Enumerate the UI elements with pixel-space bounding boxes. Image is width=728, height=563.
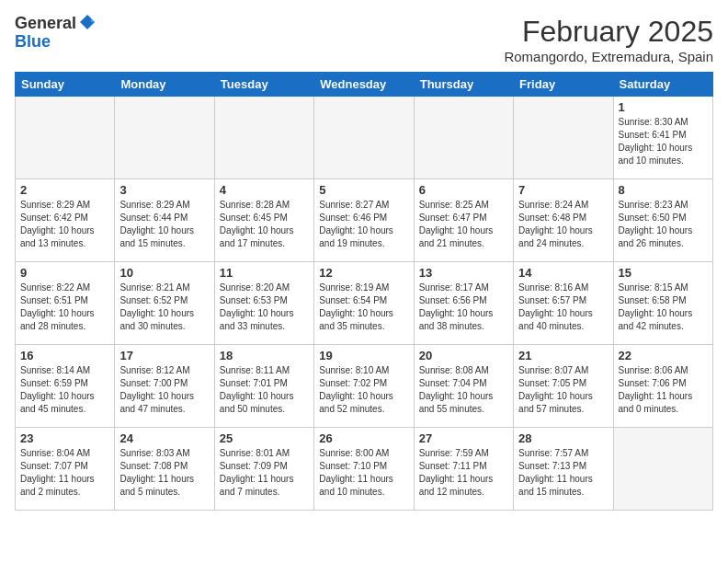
day-info: Sunrise: 8:04 AM Sunset: 7:07 PM Dayligh… bbox=[20, 447, 109, 499]
day-number: 16 bbox=[20, 349, 109, 362]
header-row: SundayMondayTuesdayWednesdayThursdayFrid… bbox=[16, 73, 713, 97]
logo-icon bbox=[78, 13, 97, 31]
day-cell: 27Sunrise: 7:59 AM Sunset: 7:11 PM Dayli… bbox=[414, 428, 513, 511]
day-header-friday: Friday bbox=[514, 73, 613, 97]
day-number: 25 bbox=[220, 431, 309, 445]
day-info: Sunrise: 8:19 AM Sunset: 6:54 PM Dayligh… bbox=[319, 282, 408, 333]
day-info: Sunrise: 8:12 AM Sunset: 7:00 PM Dayligh… bbox=[119, 364, 209, 416]
day-info: Sunrise: 8:20 AM Sunset: 6:53 PM Dayligh… bbox=[220, 282, 309, 333]
day-cell bbox=[115, 97, 214, 179]
day-info: Sunrise: 8:29 AM Sunset: 6:44 PM Dayligh… bbox=[119, 199, 209, 250]
day-number: 15 bbox=[619, 266, 708, 280]
page-header: General Blue February 2025 Romangordo, E… bbox=[15, 15, 713, 64]
day-cell: 12Sunrise: 8:19 AM Sunset: 6:54 PM Dayli… bbox=[314, 262, 414, 345]
day-header-tuesday: Tuesday bbox=[214, 73, 313, 97]
day-info: Sunrise: 8:22 AM Sunset: 6:51 PM Dayligh… bbox=[20, 282, 109, 333]
day-info: Sunrise: 8:07 AM Sunset: 7:05 PM Dayligh… bbox=[518, 364, 608, 416]
day-info: Sunrise: 8:08 AM Sunset: 7:04 PM Dayligh… bbox=[419, 364, 508, 416]
day-cell: 6Sunrise: 8:25 AM Sunset: 6:47 PM Daylig… bbox=[414, 179, 513, 262]
day-number: 18 bbox=[220, 349, 309, 362]
day-number: 8 bbox=[619, 183, 708, 197]
week-row-1: 1Sunrise: 8:30 AM Sunset: 6:41 PM Daylig… bbox=[16, 97, 713, 179]
day-cell: 1Sunrise: 8:30 AM Sunset: 6:41 PM Daylig… bbox=[613, 97, 712, 179]
day-info: Sunrise: 7:59 AM Sunset: 7:11 PM Dayligh… bbox=[419, 447, 508, 499]
day-number: 2 bbox=[20, 183, 109, 197]
day-cell: 5Sunrise: 8:27 AM Sunset: 6:46 PM Daylig… bbox=[314, 179, 414, 262]
day-cell: 18Sunrise: 8:11 AM Sunset: 7:01 PM Dayli… bbox=[214, 345, 313, 428]
day-cell: 8Sunrise: 8:23 AM Sunset: 6:50 PM Daylig… bbox=[613, 179, 712, 262]
day-cell: 17Sunrise: 8:12 AM Sunset: 7:00 PM Dayli… bbox=[115, 345, 214, 428]
day-info: Sunrise: 8:06 AM Sunset: 7:06 PM Dayligh… bbox=[619, 364, 708, 416]
day-info: Sunrise: 7:57 AM Sunset: 7:13 PM Dayligh… bbox=[518, 447, 608, 499]
day-header-monday: Monday bbox=[115, 73, 214, 97]
logo-general: General bbox=[15, 15, 76, 33]
day-number: 9 bbox=[20, 266, 109, 280]
day-number: 11 bbox=[220, 266, 309, 280]
day-info: Sunrise: 8:15 AM Sunset: 6:58 PM Dayligh… bbox=[619, 282, 708, 333]
day-cell: 25Sunrise: 8:01 AM Sunset: 7:09 PM Dayli… bbox=[214, 428, 313, 511]
day-number: 7 bbox=[518, 183, 608, 197]
day-cell: 24Sunrise: 8:03 AM Sunset: 7:08 PM Dayli… bbox=[115, 428, 214, 511]
day-number: 20 bbox=[419, 349, 508, 362]
day-number: 12 bbox=[319, 266, 408, 280]
day-cell: 16Sunrise: 8:14 AM Sunset: 6:59 PM Dayli… bbox=[16, 345, 115, 428]
day-info: Sunrise: 8:16 AM Sunset: 6:57 PM Dayligh… bbox=[518, 282, 608, 333]
day-cell: 10Sunrise: 8:21 AM Sunset: 6:52 PM Dayli… bbox=[115, 262, 214, 345]
day-info: Sunrise: 8:27 AM Sunset: 6:46 PM Dayligh… bbox=[319, 199, 408, 250]
day-number: 22 bbox=[619, 349, 708, 362]
day-cell: 7Sunrise: 8:24 AM Sunset: 6:48 PM Daylig… bbox=[514, 179, 613, 262]
location-title: Romangordo, Extremadura, Spain bbox=[504, 49, 713, 64]
day-cell bbox=[314, 97, 414, 179]
day-cell: 21Sunrise: 8:07 AM Sunset: 7:05 PM Dayli… bbox=[514, 345, 613, 428]
day-cell bbox=[16, 97, 115, 179]
day-info: Sunrise: 8:10 AM Sunset: 7:02 PM Dayligh… bbox=[319, 364, 408, 416]
day-cell: 9Sunrise: 8:22 AM Sunset: 6:51 PM Daylig… bbox=[16, 262, 115, 345]
week-row-5: 23Sunrise: 8:04 AM Sunset: 7:07 PM Dayli… bbox=[16, 428, 713, 511]
day-info: Sunrise: 8:25 AM Sunset: 6:47 PM Dayligh… bbox=[419, 199, 508, 250]
day-number: 5 bbox=[319, 183, 408, 197]
day-cell: 19Sunrise: 8:10 AM Sunset: 7:02 PM Dayli… bbox=[314, 345, 414, 428]
day-cell: 14Sunrise: 8:16 AM Sunset: 6:57 PM Dayli… bbox=[514, 262, 613, 345]
day-info: Sunrise: 8:29 AM Sunset: 6:42 PM Dayligh… bbox=[20, 199, 109, 250]
logo: General Blue bbox=[15, 15, 97, 52]
day-header-wednesday: Wednesday bbox=[314, 73, 414, 97]
day-header-sunday: Sunday bbox=[16, 73, 115, 97]
day-number: 13 bbox=[419, 266, 508, 280]
day-number: 14 bbox=[518, 266, 608, 280]
logo-text: General Blue bbox=[15, 15, 97, 52]
day-cell bbox=[214, 97, 313, 179]
day-number: 3 bbox=[119, 183, 209, 197]
day-cell bbox=[514, 97, 613, 179]
day-cell: 26Sunrise: 8:00 AM Sunset: 7:10 PM Dayli… bbox=[314, 428, 414, 511]
calendar-table: SundayMondayTuesdayWednesdayThursdayFrid… bbox=[15, 72, 713, 511]
day-header-thursday: Thursday bbox=[414, 73, 513, 97]
day-cell: 28Sunrise: 7:57 AM Sunset: 7:13 PM Dayli… bbox=[514, 428, 613, 511]
day-info: Sunrise: 8:17 AM Sunset: 6:56 PM Dayligh… bbox=[419, 282, 508, 333]
day-info: Sunrise: 8:24 AM Sunset: 6:48 PM Dayligh… bbox=[518, 199, 608, 250]
day-info: Sunrise: 8:23 AM Sunset: 6:50 PM Dayligh… bbox=[619, 199, 708, 250]
day-number: 6 bbox=[419, 183, 508, 197]
day-cell: 11Sunrise: 8:20 AM Sunset: 6:53 PM Dayli… bbox=[214, 262, 313, 345]
day-number: 21 bbox=[518, 349, 608, 362]
day-info: Sunrise: 8:30 AM Sunset: 6:41 PM Dayligh… bbox=[619, 116, 708, 167]
day-number: 27 bbox=[419, 431, 508, 445]
day-cell: 4Sunrise: 8:28 AM Sunset: 6:45 PM Daylig… bbox=[214, 179, 313, 262]
logo-blue: Blue bbox=[15, 33, 97, 52]
day-info: Sunrise: 8:03 AM Sunset: 7:08 PM Dayligh… bbox=[119, 447, 209, 499]
day-info: Sunrise: 8:28 AM Sunset: 6:45 PM Dayligh… bbox=[220, 199, 309, 250]
day-info: Sunrise: 8:14 AM Sunset: 6:59 PM Dayligh… bbox=[20, 364, 109, 416]
week-row-4: 16Sunrise: 8:14 AM Sunset: 6:59 PM Dayli… bbox=[16, 345, 713, 428]
week-row-2: 2Sunrise: 8:29 AM Sunset: 6:42 PM Daylig… bbox=[16, 179, 713, 262]
day-cell: 3Sunrise: 8:29 AM Sunset: 6:44 PM Daylig… bbox=[115, 179, 214, 262]
day-cell bbox=[613, 428, 712, 511]
day-cell: 20Sunrise: 8:08 AM Sunset: 7:04 PM Dayli… bbox=[414, 345, 513, 428]
day-number: 17 bbox=[119, 349, 209, 362]
day-number: 19 bbox=[319, 349, 408, 362]
day-number: 1 bbox=[619, 100, 708, 114]
day-number: 28 bbox=[518, 431, 608, 445]
week-row-3: 9Sunrise: 8:22 AM Sunset: 6:51 PM Daylig… bbox=[16, 262, 713, 345]
day-info: Sunrise: 8:00 AM Sunset: 7:10 PM Dayligh… bbox=[319, 447, 408, 499]
day-number: 10 bbox=[119, 266, 209, 280]
title-block: February 2025 Romangordo, Extremadura, S… bbox=[504, 15, 713, 64]
day-cell: 15Sunrise: 8:15 AM Sunset: 6:58 PM Dayli… bbox=[613, 262, 712, 345]
